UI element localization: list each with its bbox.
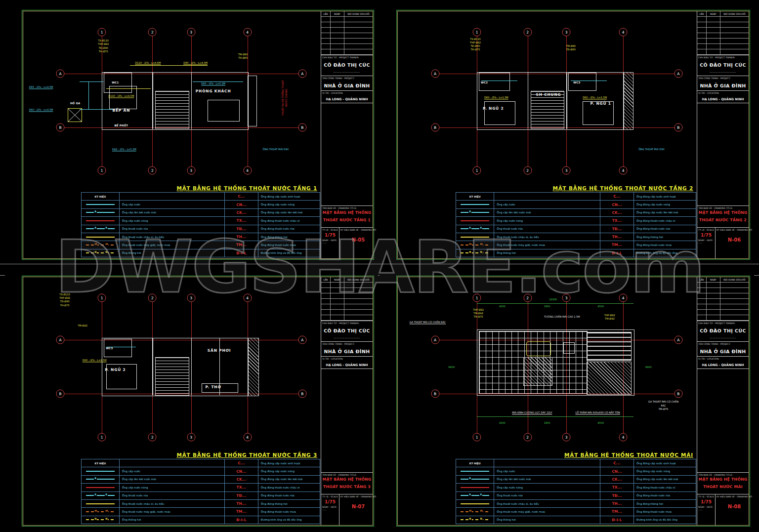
room-label: BỂ PHỐT	[114, 124, 128, 127]
pipe-annotation: D60 - i2% - L=5.2M	[201, 82, 225, 85]
pipe-annotation: D42 - i2% - L=5.2M	[112, 148, 136, 151]
plan-shape	[523, 357, 552, 386]
sheet-content: 11223344AABBPHÒNG KHÁCHBẾP ĂNBỂ PHỐTHỐ G…	[23, 11, 373, 258]
grid-bubble-label: 4	[246, 168, 249, 173]
legend-row: BỐng cấp lên két nước máiCK...Ống đứng c…	[456, 475, 696, 483]
legend-description: Ống thoát nước máy giặt, nước mưa	[497, 510, 545, 513]
grid-bubble: 3	[562, 433, 571, 441]
grid-bubble-label: 3	[190, 30, 192, 35]
legend-row: KÝ HIỆUC...Ống đứng cấp nước sinh hoạt	[82, 459, 320, 467]
project-name: NHÀ Ở GIA ĐÌNH	[698, 349, 748, 354]
room-label: HỐ GA	[70, 102, 81, 105]
cad-multi-sheet-view: DWGSHARE.com 11223344AABBPHÒNG KHÁCHBẾP …	[0, 0, 759, 532]
legend-symbol-mark: N	[468, 517, 471, 520]
legend-code-cell: CK...	[600, 476, 633, 483]
legend-riser-description: Ống đứng thoát nước mưa	[261, 510, 296, 513]
revision-row	[697, 304, 749, 310]
legend-riser-description-cell: Ống đứng thoát nước chậu xí	[258, 484, 320, 491]
legend-code: TĐ...	[612, 493, 622, 498]
revision-row	[697, 33, 749, 39]
titleblock-spacer	[321, 103, 373, 206]
sheet-number-cell: KÝ HIỆU BẢN VẼ - DRAWING NO N-06	[716, 228, 753, 258]
title-block: LẦN NGÀY NỘI DUNG SỬA ĐỔI CHỦ ĐẦU TƯ - P…	[697, 277, 749, 525]
legend-symbol-cell: B	[456, 209, 494, 216]
grid-bubble: 1	[98, 28, 106, 37]
legend-description-cell: Ống cấp lên két nước mái	[494, 476, 599, 483]
legend-symbol-mark: R	[105, 493, 108, 496]
legend-riser-description: Ống đứng cấp nước lên két mái	[636, 211, 678, 214]
legend-row: KÝ HIỆUC...Ống đứng cấp nước sinh hoạt	[456, 459, 696, 467]
plan-shape	[155, 357, 189, 396]
legend-description-cell: Ống cấp lên két nước mái	[494, 209, 599, 216]
grid-bubble: 4	[619, 433, 628, 441]
revision-col-noidung: NỘI DUNG SỬA ĐỔI	[720, 11, 749, 17]
plan-shape	[68, 108, 82, 122]
revision-row	[321, 17, 373, 22]
legend-description-cell: Ống cấp nước	[119, 467, 224, 475]
pipe-annotation: GA THOÁT MÁI CÓ CHẮN RÁC	[410, 321, 446, 324]
scale-label: TỶ LỆ - SCALE	[698, 495, 714, 498]
grid-bubble-label: A	[434, 337, 436, 342]
location-section: VỊ TRÍ - LOCATION: HẠ LONG - QUẢNG NINH	[321, 91, 373, 103]
pipe-annotation: LỖ THĂM MÁI 600x600 CÓ NẮP TÔN	[575, 411, 620, 414]
legend-header-label: KÝ HIỆU	[469, 462, 481, 465]
pipe-annotation: D60 - i2% - L=4.5M	[29, 108, 53, 112]
grid-bubble: B	[674, 389, 682, 398]
location-name: HẠ LONG - QUẢNG NINH	[698, 97, 748, 101]
grid-bubble: 4	[243, 166, 252, 175]
legend-symbol-line	[86, 487, 115, 488]
grid-bubble: 2	[523, 166, 532, 175]
legend-code-cell: TX...	[224, 217, 258, 224]
legend-row: Ống cấp nước nóngTX...Ống đứng thoát nướ…	[456, 216, 696, 224]
grid-bubble-label: 3	[565, 168, 568, 173]
grid-bubble: B	[56, 389, 65, 398]
legend-riser-description: Ống đứng thoát nước rửa	[261, 494, 295, 497]
legend-riser-description: Ống đứng thông hơi	[636, 502, 663, 505]
legend-description-cell: Ống cấp nước	[494, 467, 599, 475]
grid-bubble-label: A	[677, 337, 679, 342]
grid-bubble: B	[431, 123, 439, 131]
location-name: HẠ LONG - QUẢNG NINH	[698, 363, 748, 367]
legend-description-cell: Ống thông hơi	[494, 516, 599, 524]
room-label: WC3	[573, 81, 580, 84]
legend-symbol-mark: M	[468, 509, 472, 512]
owner-name: CÔ ĐÀO THỊ CÚC	[322, 62, 372, 68]
revision-col-ngay: NGÀY	[707, 277, 720, 283]
legend-symbol-cell: KÝ HIỆU	[82, 459, 119, 467]
legend-symbol-cell	[456, 484, 494, 491]
grid-bubble: 2	[523, 28, 532, 37]
sheet-content: 11223344AABBGA THOÁT MÁI CÓ CHẮN RÁCTHP-…	[398, 277, 749, 525]
legend-code-cell: TĐ...	[600, 492, 633, 499]
room-label: WC2	[481, 81, 488, 84]
legend-description: Ống thông hơi	[497, 518, 515, 521]
legend-riser-description-cell: Ống đứng cấp nước sinh hoạt	[258, 459, 320, 467]
pipe-annotation: D60 - i2% - L=1.5M	[83, 359, 107, 362]
drawing-title-line1: MẶT BẰNG HỆ THỐNG	[322, 476, 372, 484]
legend-symbol-line: RR	[461, 495, 489, 496]
legend-description: Ống cấp lên két nước mái	[122, 478, 156, 481]
grid-bubble: 4	[619, 166, 628, 175]
legend-riser-description-cell: Ống đứng thoát nước rửa	[633, 492, 696, 499]
pipe-annotation: TƯỜNG CHẮN MÁI CAO 1.5M	[544, 315, 580, 319]
legend-description: Ống thoát nước chậu xí, âu tiểu	[122, 502, 164, 505]
legend-row: MMỐng thoát nước máy giặt, nước mưaTM...…	[82, 507, 320, 515]
revision-row	[697, 22, 749, 28]
grid-bubble: B	[298, 123, 306, 131]
legend-symbol-cell: RR	[82, 492, 119, 499]
legend-code: TX...	[612, 218, 622, 223]
sheet-number: N-07	[340, 504, 376, 509]
grid-bubble-label: 4	[622, 168, 625, 173]
legend-description-cell: Ống thoát nước máy giặt, nước mưa	[494, 508, 599, 515]
legend-riser-description-cell: Đường kính ống và độ dốc ống	[258, 516, 320, 524]
plan-shape	[484, 101, 515, 125]
room-label: PHÒNG KHÁCH	[196, 89, 231, 93]
legend-table: KÝ HIỆUC...Ống đứng cấp nước sinh hoạtỐn…	[456, 459, 696, 524]
titleblock-spacer	[697, 369, 749, 473]
legend-symbol-mark: B	[94, 477, 97, 480]
legend-symbol-cell: KÝ HIỆU	[456, 193, 494, 200]
legend-row: Ống cấp nướcCN...Ống đứng cấp nước nóng	[82, 200, 320, 208]
revision-row	[697, 44, 749, 49]
grid-bubble: 4	[243, 433, 252, 441]
grid-bubble: 4	[243, 28, 252, 37]
legend-symbol-line	[86, 220, 115, 221]
